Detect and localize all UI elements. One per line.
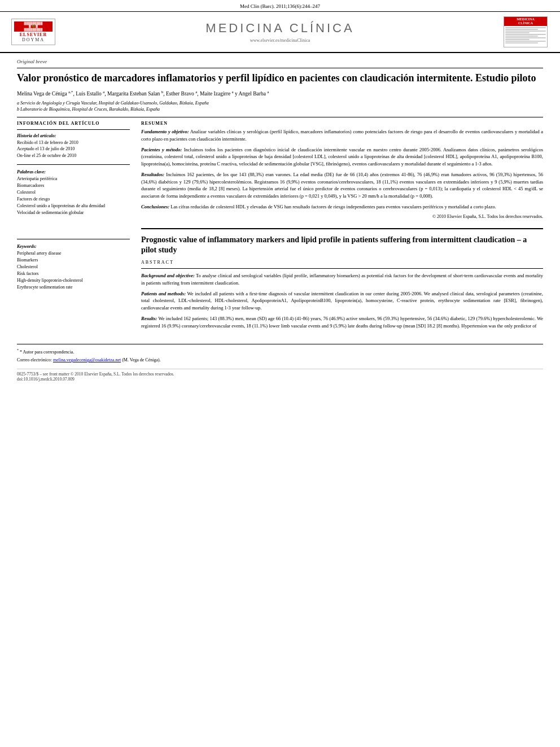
affiliations: a Servicio de Angiología y Cirugía Vascu…	[17, 100, 543, 112]
resumen-text-1: Analizar variables clínicas y serológica…	[141, 129, 543, 142]
footnote-email-suffix: (M. Vega de Céniga).	[122, 357, 161, 362]
keyword-2: Biomarcadores	[17, 182, 130, 189]
info-article-header: INFORMACIÓN DEL ARTÍCULO	[17, 121, 130, 126]
received-date: Recibido el 13 de febrero de 2010	[17, 139, 130, 146]
resumen-text-3: Incluimos 162 pacientes, de los que 143 …	[141, 172, 543, 199]
header-section: ▓▓▓▓▓▓▓▓▓ ▓ 🌿 ▓ ▓▓▓▓▓▓▓▓▓ ELSEVIER DOYMA…	[0, 12, 560, 53]
online-date: On-line el 25 de octubre de 2010	[17, 152, 130, 159]
abstract-label-en: ABSTRACT	[141, 260, 543, 265]
affiliation-a: a Servicio de Angiología y Cirugía Vascu…	[17, 100, 543, 106]
en-keyword-6: Erythrocyte sedimentation rate	[17, 284, 130, 291]
resumen-header: RESUMEN	[141, 121, 543, 126]
elsevier-logo: ▓▓▓▓▓▓▓▓▓ ▓ 🌿 ▓ ▓▓▓▓▓▓▓▓▓ ELSEVIER DOYMA	[11, 19, 56, 46]
footnote-email: Correo electrónico: melina.vegadeceniga@…	[17, 357, 543, 363]
resumen-text-2: Incluimos todos los pacientes con diagnó…	[141, 147, 543, 167]
resumen-label-2: Pacientes y método:	[141, 147, 182, 152]
authors-line: Melina Vega de Céniga a,*, Luis Estallo …	[17, 89, 543, 97]
english-kw-divider	[17, 239, 130, 239]
en-label-2: Patients and methods:	[141, 291, 186, 296]
journal-title: MEDICINA CLÍNICA	[56, 21, 504, 36]
journal-thumbnail: MEDICINACLÍNICA	[504, 16, 549, 47]
accepted-date: Aceptado el 13 de julio de 2010	[17, 146, 130, 152]
journal-header: MEDICINA CLÍNICA www.elsevier.es/medicin…	[56, 21, 504, 43]
resumen-label-1: Fundamento y objetivo:	[141, 129, 189, 134]
journal-reference: Med Clin (Barc). 2011;136(6):244–247	[240, 3, 320, 9]
info-divider	[17, 129, 130, 130]
keyword-5: Colesterol unido a lipoproteínas de alta…	[17, 203, 130, 209]
en-para-2: Patients and methods: We included all pa…	[141, 290, 543, 312]
journal-website: www.elsevier.es/medicinaClinica	[56, 38, 504, 43]
section-type: Original breve	[17, 59, 543, 64]
en-keyword-1: Peripheral artery disease	[17, 250, 130, 257]
resumen-para-2: Pacientes y método: Incluimos todos los …	[141, 146, 543, 168]
footnote-author-text: * Autor para correspondencia.	[20, 350, 74, 355]
en-para-1: Background and objective: To analyse cli…	[141, 272, 543, 287]
footnote-author: * * Autor para correspondencia.	[17, 348, 543, 355]
resumen-para-1: Fundamento y objetivo: Analizar variable…	[141, 128, 543, 143]
english-title: Prognostic value of inflammatory markers…	[141, 235, 543, 255]
keywords-label-es: Palabras clave:	[17, 169, 130, 174]
resumen-label-4: Conclusiones:	[141, 204, 169, 209]
en-label-1: Background and objective:	[141, 273, 195, 278]
right-column: RESUMEN Fundamento y objetivo: Analizar …	[141, 121, 543, 333]
keyword-6: Velocidad de sedimentación globular	[17, 209, 130, 216]
footer-section: * * Autor para correspondencia. Correo e…	[17, 344, 543, 382]
en-keyword-5: High-density lipoprotein-cholesterol	[17, 277, 130, 284]
issn-line: 0025-7753/$ – see front matter © 2010 El…	[17, 372, 543, 377]
en-para-3: Results: We included 162 patients; 143 (…	[141, 315, 543, 330]
en-text-2: We included all patients with a first-ti…	[141, 291, 543, 311]
keywords-label-en: Keywords:	[17, 244, 130, 249]
keyword-3: Colesterol	[17, 189, 130, 196]
keyword-1: Arteriopatía periférica	[17, 176, 130, 182]
en-keyword-4: Risk factors	[17, 270, 130, 277]
resumen-label-3: Resultados:	[141, 172, 164, 177]
top-bar: Med Clin (Barc). 2011;136(6):244–247	[0, 0, 560, 12]
elsevier-text: ELSEVIER	[14, 32, 53, 37]
en-text-1: To analyse clinical and serological vari…	[141, 273, 543, 286]
abstract-divider-en	[141, 268, 543, 269]
authors-text: Melina Vega de Céniga a,*, Luis Estallo …	[17, 91, 269, 97]
thumb-title-text: MEDICINACLÍNICA	[504, 17, 547, 26]
doi-line: doi:10.1016/j.medcli.2010.07.009	[17, 377, 543, 382]
main-divider	[17, 117, 543, 117]
history-label: Historia del artículo:	[17, 133, 130, 138]
keywords-list-en: Peripheral artery disease Biomarkers Cho…	[17, 250, 130, 291]
title-divider	[17, 68, 543, 68]
two-col-layout: INFORMACIÓN DEL ARTÍCULO Historia del ar…	[17, 121, 543, 333]
left-column: INFORMACIÓN DEL ARTÍCULO Historia del ar…	[17, 121, 130, 333]
keyword-4: Factores de riesgo	[17, 196, 130, 203]
en-text-3: We included 162 patients; 143 (88.3%) me…	[141, 316, 543, 329]
affiliation-b: b Laboratorio de Bioquímica, Hospital de…	[17, 106, 543, 112]
resumen-para-4: Conclusiones: Las cifras reducidas de co…	[141, 203, 543, 211]
keywords-list-es: Arteriopatía periférica Biomarcadores Co…	[17, 176, 130, 216]
content-area: Original breve Valor pronóstico de marca…	[0, 59, 560, 382]
keywords-divider-es	[17, 164, 130, 165]
doyma-text: DOYMA	[14, 37, 53, 42]
english-section: Prognostic value of inflammatory markers…	[141, 228, 543, 330]
resumen-para-3: Resultados: Incluimos 162 pacientes, de …	[141, 171, 543, 200]
footnote-email-label: Correo electrónico:	[17, 357, 52, 362]
en-keyword-3: Cholesterol	[17, 264, 130, 270]
article-title: Valor pronóstico de marcadores inflamato…	[17, 72, 543, 85]
en-keyword-2: Biomarkers	[17, 257, 130, 264]
copyright-es: © 2010 Elsevier España, S.L. Todos los d…	[141, 214, 543, 219]
footnote-email-address: melina.vegadeceniga@osakidetza.net	[53, 357, 121, 362]
bottom-bar: 0025-7753/$ – see front matter © 2010 El…	[17, 369, 543, 382]
en-label-3: Results:	[141, 316, 157, 321]
thumb-content	[504, 26, 547, 47]
resumen-text-4: Las cifras reducidas de colesterol HDL y…	[170, 204, 496, 209]
